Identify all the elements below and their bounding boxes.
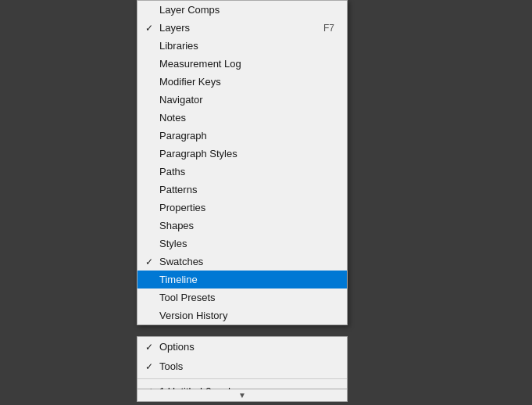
menu-item-label: Paragraph <box>159 130 207 142</box>
menu-item-label: Version History <box>159 310 227 321</box>
menu-separator <box>137 378 347 379</box>
menu-item-label: Tool Presets <box>159 292 216 303</box>
scroll-down-chevron[interactable]: ▼ <box>137 389 348 402</box>
menu-item-label: Paragraph Styles <box>159 148 237 159</box>
menu-item-label: Styles <box>159 238 187 249</box>
bottom-item-label: Options <box>159 341 195 353</box>
menu-item-paragraph[interactable]: Paragraph <box>137 127 347 145</box>
menu-item-label: Libraries <box>159 40 198 52</box>
menu-item-label: Paths <box>159 166 185 177</box>
menu-item-label: Shapes <box>159 220 194 231</box>
menu-item-paths[interactable]: Paths <box>137 163 347 181</box>
menu-item-timeline[interactable]: Timeline <box>137 271 347 289</box>
menu-item-layer-comps[interactable]: Layer Comps <box>137 1 347 19</box>
menu-item-swatches[interactable]: Swatches <box>137 253 347 271</box>
bottom-menu-item-tools[interactable]: Tools <box>137 357 347 376</box>
bottom-menu-item-options[interactable]: Options <box>137 337 347 357</box>
menu-item-label: Timeline <box>159 274 198 285</box>
menu-item-paragraph-styles[interactable]: Paragraph Styles <box>137 145 347 163</box>
menu-item-label: Measurement Log <box>159 58 241 70</box>
menu-item-patterns[interactable]: Patterns <box>137 181 347 199</box>
menu-item-modifier-keys[interactable]: Modifier Keys <box>137 73 347 91</box>
menu-item-label: Notes <box>159 112 186 124</box>
menu-item-shapes[interactable]: Shapes <box>137 217 347 235</box>
bottom-item-label: Tools <box>159 360 183 372</box>
menu-item-label: Layer Comps <box>159 4 220 16</box>
menu-item-label: Patterns <box>159 184 197 195</box>
menu-item-shortcut: F7 <box>323 23 334 34</box>
menu-item-label: Modifier Keys <box>159 76 221 88</box>
menu-item-label: Properties <box>159 202 205 213</box>
menu-item-label: Navigator <box>159 94 203 106</box>
right-panel-bg <box>352 0 532 405</box>
menu-item-measurement-log[interactable]: Measurement Log <box>137 55 347 73</box>
menu-item-layers[interactable]: LayersF7 <box>137 19 347 37</box>
menu-item-label: Swatches <box>159 256 203 267</box>
menu-item-tool-presets[interactable]: Tool Presets <box>137 289 347 306</box>
menu-item-label: Layers <box>159 22 190 34</box>
menu-item-notes[interactable]: Notes <box>137 109 347 127</box>
left-panel-bg <box>0 0 137 405</box>
menu-item-version-history[interactable]: Version History <box>137 306 347 324</box>
menu-item-properties[interactable]: Properties <box>137 199 347 217</box>
menu-item-styles[interactable]: Styles <box>137 235 347 253</box>
bottom-menu: OptionsTools1 Untitled-2.psd <box>137 336 348 389</box>
main-menu: Layer CompsLayersF7LibrariesMeasurement … <box>137 0 348 325</box>
menu-item-libraries[interactable]: Libraries <box>137 37 347 55</box>
menu-item-navigator[interactable]: Navigator <box>137 91 347 109</box>
